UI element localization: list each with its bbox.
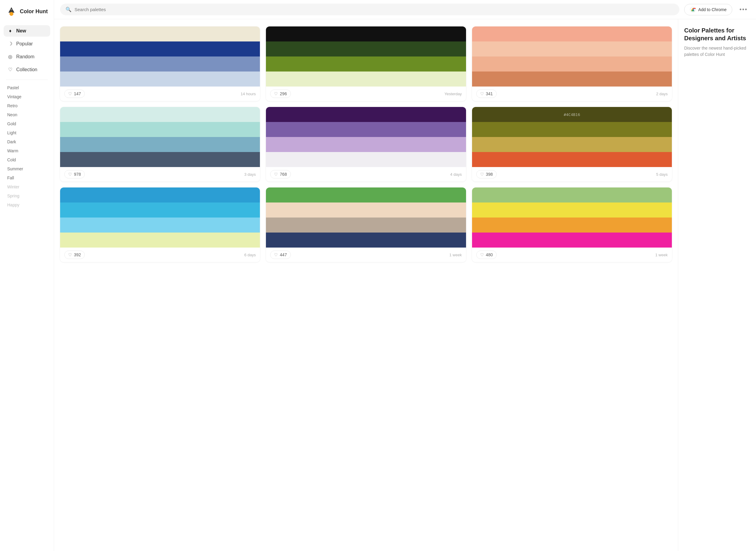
palette-card-6[interactable]: ♡ 392 6 days <box>60 187 260 262</box>
logo-icon <box>6 6 17 17</box>
palette-colors-2 <box>472 26 672 86</box>
sidebar-item-new[interactable]: ♦New <box>4 25 50 37</box>
sidebar-item-popular[interactable]: ☽Popular <box>4 38 50 50</box>
tag-warm[interactable]: Warm <box>4 147 50 155</box>
like-button-7[interactable]: ♡ 447 <box>270 250 290 259</box>
tag-light[interactable]: Light <box>4 129 50 137</box>
like-button-8[interactable]: ♡ 480 <box>476 250 497 259</box>
color-swatch-3-0 <box>60 107 260 122</box>
heart-icon-3: ♡ <box>68 172 72 177</box>
palette-colors-4 <box>266 107 466 167</box>
heart-icon-7: ♡ <box>274 252 278 257</box>
color-swatch-6-2 <box>60 217 260 232</box>
time-ago-5: 5 days <box>656 172 668 177</box>
palette-colors-3 <box>60 107 260 167</box>
like-count-6: 392 <box>74 252 81 257</box>
palette-footer-2: ♡ 341 2 days <box>472 86 672 101</box>
like-count-3: 978 <box>74 172 81 177</box>
color-swatch-4-0 <box>266 107 466 122</box>
panel-title: Color Palettes for Designers and Artists <box>684 26 750 42</box>
color-swatch-8-3 <box>472 232 672 247</box>
palette-footer-6: ♡ 392 6 days <box>60 247 260 262</box>
palette-grid: ♡ 147 14 hours ♡ 296 Yesterday ♡ 341 2 d… <box>54 19 678 551</box>
svg-rect-4 <box>11 9 12 10</box>
search-bar[interactable]: 🔍 <box>60 4 679 15</box>
like-button-0[interactable]: ♡ 147 <box>64 89 85 98</box>
color-swatch-3-1 <box>60 122 260 137</box>
color-swatch-5-1 <box>472 122 672 137</box>
tag-vintage[interactable]: Vintage <box>4 92 50 101</box>
tag-happy[interactable]: Happy <box>4 201 50 209</box>
nav-list: ♦New☽Popular◎Random♡Collection <box>4 25 50 76</box>
color-swatch-1-1 <box>266 41 466 56</box>
time-ago-7: 1 week <box>449 253 462 257</box>
tag-cold[interactable]: Cold <box>4 156 50 164</box>
color-swatch-7-0 <box>266 187 466 202</box>
palette-card-7[interactable]: ♡ 447 1 week <box>266 187 466 262</box>
search-input[interactable] <box>74 7 674 12</box>
palette-card-2[interactable]: ♡ 341 2 days <box>472 26 672 101</box>
color-swatch-3-2 <box>60 137 260 152</box>
tag-pastel[interactable]: Pastel <box>4 83 50 92</box>
like-button-3[interactable]: ♡ 978 <box>64 170 85 178</box>
like-count-5: 398 <box>486 172 493 177</box>
like-button-6[interactable]: ♡ 392 <box>64 250 85 259</box>
color-swatch-3-3 <box>60 152 260 167</box>
palette-card-8[interactable]: ♡ 480 1 week <box>472 187 672 262</box>
tag-gold[interactable]: Gold <box>4 120 50 128</box>
color-swatch-8-1 <box>472 202 672 217</box>
tag-retro[interactable]: Retro <box>4 101 50 110</box>
palette-colors-7 <box>266 187 466 247</box>
palette-colors-1 <box>266 26 466 86</box>
chrome-icon <box>690 7 696 13</box>
color-swatch-5-2 <box>472 137 672 152</box>
tag-neon[interactable]: Neon <box>4 110 50 119</box>
logo-area[interactable]: Color Hunt <box>4 5 50 18</box>
palette-card-1[interactable]: ♡ 296 Yesterday <box>266 26 466 101</box>
color-swatch-7-2 <box>266 217 466 232</box>
palette-card-0[interactable]: ♡ 147 14 hours <box>60 26 260 101</box>
sidebar-item-collection[interactable]: ♡Collection <box>4 64 50 75</box>
popular-icon: ☽ <box>7 41 13 47</box>
tag-dark[interactable]: Dark <box>4 138 50 146</box>
like-button-5[interactable]: ♡ 398 <box>476 170 497 178</box>
sidebar-item-label: Random <box>16 54 34 59</box>
more-button[interactable]: ••• <box>737 4 750 15</box>
color-swatch-8-0 <box>472 187 672 202</box>
like-button-1[interactable]: ♡ 296 <box>270 89 290 98</box>
sidebar-item-random[interactable]: ◎Random <box>4 51 50 62</box>
time-ago-3: 3 days <box>244 172 256 177</box>
palette-card-3[interactable]: ♡ 978 3 days <box>60 107 260 181</box>
color-swatch-6-0 <box>60 187 260 202</box>
palette-card-5[interactable]: #4C4B16 ♡ 398 5 days <box>472 107 672 181</box>
palette-colors-5: #4C4B16 <box>472 107 672 167</box>
palette-colors-6 <box>60 187 260 247</box>
heart-icon-4: ♡ <box>274 172 278 177</box>
like-count-0: 147 <box>74 91 81 96</box>
color-swatch-1-0 <box>266 26 466 41</box>
time-ago-6: 6 days <box>244 253 256 257</box>
palette-footer-5: ♡ 398 5 days <box>472 167 672 181</box>
tag-list: PastelVintageRetroNeonGoldLightDarkWarmC… <box>4 83 50 209</box>
tag-spring[interactable]: Spring <box>4 192 50 200</box>
hex-label: #4C4B16 <box>564 112 580 117</box>
tag-fall[interactable]: Fall <box>4 174 50 182</box>
tag-winter[interactable]: Winter <box>4 183 50 191</box>
add-to-chrome-button[interactable]: Add to Chrome <box>684 4 732 15</box>
like-count-8: 480 <box>486 252 493 257</box>
app-name: Color Hunt <box>20 8 48 15</box>
color-swatch-2-0 <box>472 26 672 41</box>
like-button-2[interactable]: ♡ 341 <box>476 89 497 98</box>
palette-card-4[interactable]: ♡ 768 4 days <box>266 107 466 181</box>
sidebar-item-label: New <box>16 28 26 34</box>
color-swatch-6-3 <box>60 232 260 247</box>
like-button-4[interactable]: ♡ 768 <box>270 170 290 178</box>
right-panel: Color Palettes for Designers and Artists… <box>678 19 756 551</box>
heart-icon-2: ♡ <box>480 91 484 96</box>
color-swatch-7-3 <box>266 232 466 247</box>
tag-summer[interactable]: Summer <box>4 165 50 173</box>
palette-footer-8: ♡ 480 1 week <box>472 247 672 262</box>
time-ago-2: 2 days <box>656 92 668 96</box>
color-swatch-0-1 <box>60 41 260 56</box>
color-swatch-2-2 <box>472 56 672 71</box>
